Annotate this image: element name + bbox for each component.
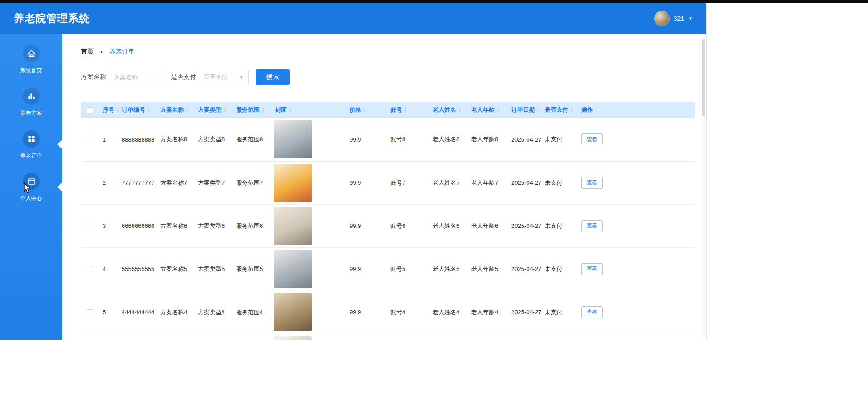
cell-index: 3 — [99, 204, 118, 247]
cell-index: 2 — [99, 161, 118, 204]
column-header[interactable]: 封面 ▲▼ — [271, 102, 346, 118]
pay-status-select[interactable]: 是否支付 ▼ — [199, 70, 249, 84]
column-header[interactable]: 订单日期 ▲▼ — [508, 102, 541, 118]
sort-icon[interactable]: ▲▼ — [186, 107, 189, 112]
cell-order-date: 2025-04-27 — [508, 247, 541, 291]
view-button[interactable]: 查看 — [581, 220, 603, 232]
sort-icon[interactable]: ▲▼ — [147, 107, 150, 112]
cover-image — [274, 250, 312, 288]
active-indicator-arrow — [57, 182, 62, 192]
username: 321 — [674, 15, 684, 22]
cell-account: 账号6 — [387, 204, 429, 247]
user-menu[interactable]: 321 ▼ — [654, 11, 693, 26]
row-checkbox[interactable] — [87, 137, 93, 143]
sort-icon[interactable]: ▲▼ — [261, 107, 265, 112]
cell-index: 1 — [99, 118, 118, 161]
row-checkbox[interactable] — [87, 223, 93, 229]
cell-index — [99, 334, 118, 340]
table-row: 2 7777777777 方案名称7 方案类型7 服务范围7 99.9 账号7 … — [81, 161, 695, 204]
column-header[interactable]: 服务范围 ▲▼ — [232, 102, 271, 118]
row-checkbox[interactable] — [87, 266, 93, 272]
cell-service-scope: 服务范围8 — [232, 118, 271, 161]
sort-icon[interactable]: ▲▼ — [404, 107, 407, 112]
column-header[interactable]: 方案名称 ▲▼ — [157, 102, 194, 118]
sidebar-item-1[interactable]: 系统首页 — [0, 34, 62, 77]
column-header[interactable]: 老人姓名 ▲▼ — [429, 102, 468, 118]
cell-elder-age: 老人年龄8 — [468, 118, 508, 161]
search-button[interactable]: 搜索 — [256, 69, 290, 85]
table-row: 3 6666666666 方案名称6 方案类型6 服务范围6 99.9 账号6 … — [81, 204, 695, 247]
column-header[interactable]: 方案类型 ▲▼ — [194, 102, 232, 118]
sort-icon[interactable]: ▲▼ — [458, 107, 461, 112]
cell-account: 账号8 — [387, 118, 429, 161]
cell-price — [346, 334, 387, 340]
column-header[interactable]: 订单编号 ▲▼ — [118, 102, 157, 118]
sort-icon[interactable]: ▲▼ — [116, 107, 119, 112]
sort-icon[interactable]: ▲▼ — [289, 107, 292, 112]
cell-plan-name: 方案名称7 — [157, 161, 194, 204]
sidebar-item-3[interactable]: 养老订单 — [0, 119, 62, 162]
order-table-body: 1 8888888888 方案名称8 方案类型8 服务范围8 99.9 账号8 … — [81, 118, 695, 340]
sort-icon[interactable]: ▲▼ — [570, 107, 573, 112]
app-title: 养老院管理系统 — [14, 11, 90, 25]
cell-service-scope: 服务范围5 — [232, 247, 271, 291]
sort-icon[interactable]: ▲▼ — [497, 107, 500, 112]
sidebar-item-2[interactable]: 养老方案 — [0, 77, 62, 119]
cell-index: 5 — [99, 291, 118, 334]
column-header[interactable]: 是否支付 ▲▼ — [541, 102, 577, 118]
cover-image — [274, 336, 312, 340]
sidebar-item-4[interactable]: 个人中心 — [0, 162, 62, 205]
grid-icon — [23, 130, 40, 148]
column-header[interactable]: 序号 ▲▼ — [99, 102, 118, 118]
sort-icon[interactable]: ▲▼ — [223, 107, 227, 112]
cell-order-date: 2025-04-27 — [508, 118, 541, 161]
avatar[interactable] — [654, 11, 670, 26]
select-all-checkbox[interactable] — [87, 107, 93, 113]
view-button[interactable]: 查看 — [581, 306, 603, 318]
table-row: 5 4444444444 方案名称4 方案类型4 服务范围4 99.9 账号4 … — [81, 291, 695, 334]
sort-icon[interactable]: ▲▼ — [363, 107, 366, 112]
cell-index: 4 — [99, 247, 118, 291]
cell-order-no: 7777777777 — [118, 161, 157, 204]
sort-icon[interactable]: ▲▼ — [537, 107, 540, 112]
cell-elder-name: 老人姓名7 — [429, 161, 468, 204]
home-icon — [23, 45, 40, 62]
cell-service-scope: 服务范围4 — [232, 291, 271, 334]
row-checkbox[interactable] — [87, 309, 93, 315]
column-header[interactable]: 账号 ▲▼ — [387, 102, 429, 118]
order-table: 序号 ▲▼ 订单编号 ▲▼ 方案名称 ▲▼ 方案类型 ▲▼ 服务范围 ▲▼ 封面… — [81, 102, 695, 340]
view-button[interactable]: 查看 — [581, 177, 603, 189]
column-header[interactable]: 价格 ▲▼ — [346, 102, 387, 118]
cell-order-date — [508, 334, 541, 340]
cell-elder-age: 老人年龄5 — [468, 247, 508, 291]
chevron-down-icon: ▼ — [688, 16, 693, 21]
cell-price: 99.9 — [346, 247, 387, 291]
cell-service-scope: 服务范围6 — [232, 204, 271, 247]
cell-plan-name — [157, 334, 194, 340]
pay-status-select-value: 是否支付 — [204, 73, 227, 81]
cell-price: 99.9 — [346, 291, 387, 334]
view-button[interactable]: 查看 — [581, 133, 603, 145]
cell-elder-age: 老人年龄6 — [468, 204, 508, 247]
column-header[interactable]: 操作 — [577, 102, 695, 118]
view-button[interactable]: 查看 — [581, 263, 603, 275]
cell-order-date: 2025-04-27 — [508, 204, 541, 247]
cover-image — [274, 207, 312, 245]
row-checkbox[interactable] — [87, 180, 93, 186]
scrollbar[interactable] — [702, 35, 705, 338]
cell-account: 账号5 — [387, 247, 429, 291]
breadcrumb-home[interactable]: 首页 — [81, 48, 94, 56]
column-header[interactable]: 老人年龄 ▲▼ — [468, 102, 508, 118]
table-header-row: 序号 ▲▼ 订单编号 ▲▼ 方案名称 ▲▼ 方案类型 ▲▼ 服务范围 ▲▼ 封面… — [81, 102, 695, 118]
screen: 养老院管理系统 321 ▼ 系统首页 养老方案 养老订单 个人中心 首页 ● 养… — [0, 0, 868, 414]
cell-price: 99.9 — [346, 118, 387, 161]
plan-name-input[interactable] — [109, 70, 164, 84]
breadcrumb-separator-icon: ● — [100, 50, 103, 54]
table-row: 4 5555555555 方案名称5 方案类型5 服务范围5 99.9 账号5 … — [81, 247, 695, 291]
scrollbar-thumb[interactable] — [702, 39, 705, 116]
cell-elder-name: 老人姓名6 — [429, 204, 468, 247]
cell-elder-name: 老人姓名8 — [429, 118, 468, 161]
cell-account: 账号7 — [387, 161, 429, 204]
cover-image — [274, 293, 312, 331]
table-row: 1 8888888888 方案名称8 方案类型8 服务范围8 99.9 账号8 … — [81, 118, 695, 161]
